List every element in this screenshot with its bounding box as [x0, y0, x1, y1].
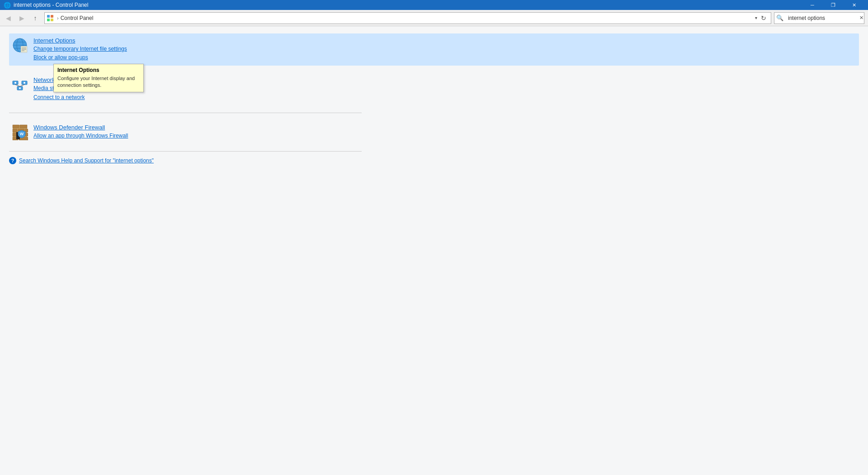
tooltip: Internet Options Configure your Internet…	[53, 64, 144, 92]
network-icon	[12, 76, 28, 93]
svg-point-18	[14, 82, 16, 84]
back-icon: ◀	[6, 14, 11, 22]
internet-options-title[interactable]: Internet Options	[33, 37, 856, 44]
help-link-container: ? Search Windows Help and Support for "i…	[9, 151, 362, 164]
svg-rect-23	[20, 125, 27, 128]
forward-icon: ▶	[19, 14, 24, 22]
title-bar: 🌐 internet options - Control Panel ─ ❐ ✕	[0, 0, 868, 10]
address-bar[interactable]: › Control Panel ▾ ↻	[44, 12, 771, 24]
search-input[interactable]	[785, 15, 859, 21]
breadcrumb-text: Control Panel	[61, 15, 94, 21]
restore-button[interactable]: ❐	[823, 0, 844, 10]
svg-point-20	[19, 87, 21, 89]
help-search-link[interactable]: Search Windows Help and Support for "int…	[19, 157, 154, 164]
network-text: Network and Sharing Center Media streami…	[33, 76, 856, 101]
refresh-icon: ↻	[761, 14, 766, 22]
up-icon: ↑	[34, 14, 37, 22]
forward-button[interactable]: ▶	[15, 12, 28, 24]
main-content: Internet Options Change temporary Intern…	[0, 26, 868, 475]
svg-rect-22	[13, 125, 19, 128]
svg-rect-0	[47, 15, 50, 18]
firewall-text: Windows Defender Firewall Allow an app t…	[33, 124, 856, 140]
tooltip-description: Configure your Internet display and conn…	[57, 75, 140, 89]
title-bar-controls: ─ ❐ ✕	[802, 0, 864, 10]
internet-options-icon	[12, 37, 28, 53]
nav-bar: ◀ ▶ ↑ › Control Panel ▾ ↻ 🔍 ✕	[0, 10, 868, 26]
section-divider	[9, 113, 362, 113]
search-icon: 🔍	[774, 14, 785, 21]
control-panel-icon	[47, 14, 54, 22]
result-item-internet-options: Internet Options Change temporary Intern…	[9, 33, 859, 66]
firewall-link-1[interactable]: Allow an app through Windows Firewall	[33, 132, 856, 140]
svg-rect-2	[47, 19, 50, 21]
close-button[interactable]: ✕	[844, 0, 864, 10]
address-dropdown-button[interactable]: ▾	[754, 15, 758, 20]
svg-point-19	[24, 82, 25, 84]
firewall-title[interactable]: Windows Defender Firewall	[33, 124, 856, 131]
back-button[interactable]: ◀	[2, 12, 14, 24]
search-bar: 🔍 ✕	[774, 12, 864, 24]
network-link-2[interactable]: Connect to a network	[33, 93, 856, 102]
svg-rect-3	[51, 19, 53, 21]
network-link-1[interactable]: Media streaming options	[33, 84, 856, 93]
up-button[interactable]: ↑	[29, 12, 42, 24]
internet-options-link-1[interactable]: Change temporary Internet file settings	[33, 45, 856, 53]
search-clear-button[interactable]: ✕	[859, 13, 864, 24]
svg-rect-26	[25, 129, 28, 132]
search-close-icon: ✕	[859, 15, 863, 21]
tooltip-title: Internet Options	[57, 67, 140, 73]
minimize-button[interactable]: ─	[802, 0, 823, 10]
internet-options-link-2[interactable]: Block or allow pop-ups	[33, 53, 856, 62]
result-item-firewall: W Windows Defender Firewall Allow an app…	[9, 120, 859, 144]
internet-options-text: Internet Options Change temporary Intern…	[33, 37, 856, 62]
network-title[interactable]: Network and Sharing Center	[33, 76, 856, 83]
help-icon: ?	[9, 157, 16, 164]
title-bar-icon: 🌐	[4, 2, 11, 9]
breadcrumb-separator: ›	[57, 15, 59, 21]
breadcrumb-path: › Control Panel	[47, 14, 754, 22]
svg-rect-24	[13, 129, 17, 132]
svg-line-17	[20, 85, 24, 86]
firewall-icon: W	[12, 124, 28, 140]
svg-line-16	[15, 85, 20, 86]
svg-text:W: W	[20, 132, 24, 136]
title-bar-title: internet options - Control Panel	[14, 2, 88, 8]
refresh-button[interactable]: ↻	[758, 13, 769, 24]
svg-rect-1	[51, 15, 53, 18]
